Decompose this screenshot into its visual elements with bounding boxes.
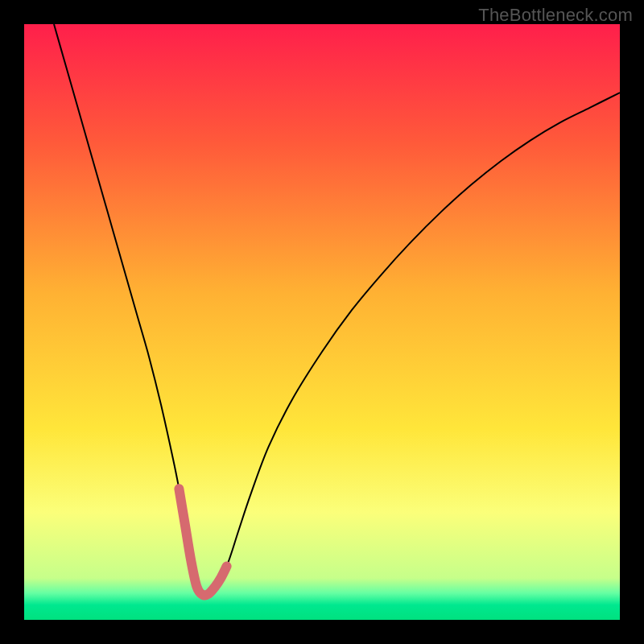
chart-canvas xyxy=(0,0,644,644)
plot-background xyxy=(24,24,620,620)
watermark-text: TheBottleneck.com xyxy=(478,5,633,26)
chart-stage: TheBottleneck.com xyxy=(0,0,644,644)
